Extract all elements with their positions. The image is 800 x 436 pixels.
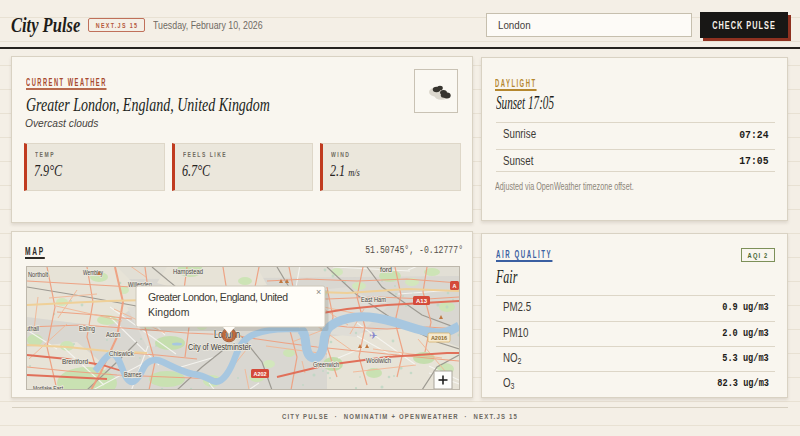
svg-text:City of Westminster: City of Westminster: [188, 342, 251, 352]
svg-text:Barnes: Barnes: [124, 371, 142, 378]
svg-text:×: ×: [316, 287, 321, 297]
svg-text:A13: A13: [416, 298, 428, 304]
svg-text:Southall: Southall: [27, 325, 39, 332]
svg-text:A202: A202: [253, 371, 266, 377]
svg-text:Wembley: Wembley: [83, 269, 103, 277]
svg-text:Kingdom: Kingdom: [148, 306, 190, 318]
svg-text:Hampstead: Hampstead: [173, 267, 203, 276]
svg-text:✈: ✈: [369, 330, 377, 341]
svg-text:Brentford: Brentford: [62, 358, 88, 365]
svg-text:Chiswick: Chiswick: [109, 350, 134, 357]
svg-text:Greenwich: Greenwich: [313, 360, 339, 369]
svg-text:Greater London, England, Unite: Greater London, England, United: [148, 291, 288, 303]
svg-text:Ealing: Ealing: [79, 325, 95, 333]
svg-text:Northolt: Northolt: [28, 271, 48, 278]
svg-text:East Ham: East Ham: [361, 295, 386, 304]
svg-text:A: A: [453, 283, 457, 289]
svg-text:A2016: A2016: [431, 335, 447, 341]
svg-text:ford: ford: [380, 267, 392, 274]
svg-text:Mortlake East: Mortlake East: [33, 385, 63, 391]
svg-text:Woolwich: Woolwich: [366, 356, 391, 365]
svg-text:Acton: Acton: [106, 331, 121, 338]
